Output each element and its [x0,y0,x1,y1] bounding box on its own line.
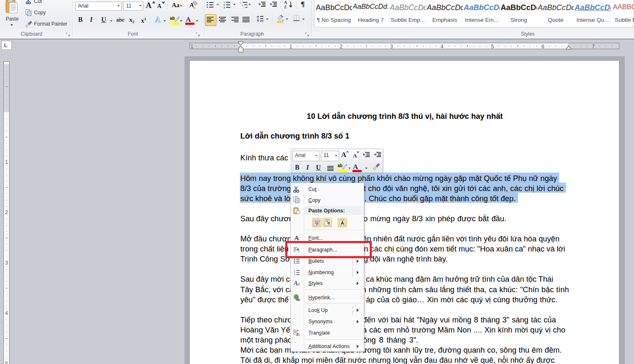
svg-text:i: i [243,6,244,8]
svg-text:A: A [293,280,297,286]
svg-text:3: 3 [294,273,295,276]
svg-text:3: 3 [224,6,225,8]
svg-text:A: A [341,220,344,225]
svg-text:A: A [295,235,299,241]
svg-text:ab: ab [338,163,343,168]
svg-text:ab: ab [170,16,175,21]
svg-text:あ: あ [296,332,300,336]
